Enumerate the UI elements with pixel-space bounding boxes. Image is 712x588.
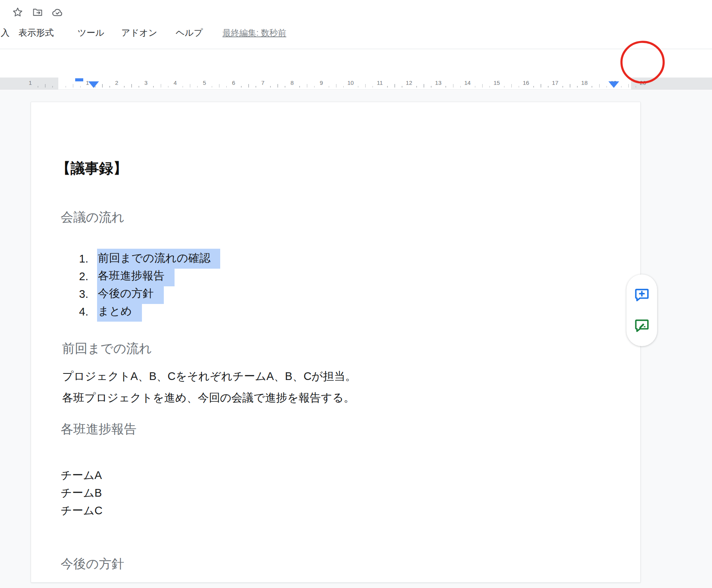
ruler-number: 11 <box>377 79 383 86</box>
selected-text[interactable]: まとめ <box>97 302 142 322</box>
ruler-tick <box>161 84 162 88</box>
ruler-tick <box>73 84 74 88</box>
document-page[interactable]: 【議事録】 会議の流れ 1. 前回までの流れの確認 2. 各班進捗報告 3. 今… <box>31 102 641 583</box>
ruler-tick <box>482 84 483 88</box>
heading-agenda[interactable]: 会議の流れ <box>61 209 125 226</box>
ruler-tick <box>628 84 629 88</box>
ruler-tick <box>197 86 198 88</box>
ruler-tick <box>460 86 461 88</box>
suggest-edit-green-icon <box>634 317 650 334</box>
add-comment-float-button[interactable] <box>633 286 651 304</box>
ruler-tick <box>358 86 359 88</box>
list-item[interactable]: 3. 今後の方針 <box>31 285 640 303</box>
ruler-tick <box>365 84 366 88</box>
right-indent-marker[interactable] <box>608 81 619 88</box>
ruler-tick <box>511 84 512 88</box>
team-line[interactable]: チームB <box>61 484 102 502</box>
ruler-tick <box>548 86 549 88</box>
ruler-number: 1 <box>29 79 32 86</box>
ruler-number: 3 <box>144 79 147 86</box>
suggest-edits-button[interactable] <box>633 317 651 334</box>
first-line-indent-marker[interactable] <box>75 78 83 81</box>
ruler-tick <box>607 86 607 88</box>
heading-previous-flow[interactable]: 前回までの流れ <box>62 340 152 357</box>
ruler-number: 5 <box>203 79 206 86</box>
list-item[interactable]: 2. 各班進捗報告 <box>31 268 640 285</box>
ruler-tick <box>372 86 373 88</box>
list-item[interactable]: 4. まとめ <box>31 303 640 320</box>
left-indent-marker[interactable] <box>88 81 99 88</box>
last-edit-link[interactable]: 最終編集: 数秒前 <box>222 27 286 39</box>
ruler-number: 15 <box>493 79 500 86</box>
doc-title[interactable]: 【議事録】 <box>56 159 127 178</box>
ruler-tick <box>394 84 395 88</box>
ruler-tick <box>109 86 110 88</box>
team-line[interactable]: チームA <box>61 466 102 484</box>
menu-help[interactable]: ヘルプ <box>176 27 203 39</box>
selected-text[interactable]: 前回までの流れの確認 <box>97 249 220 269</box>
ruler-tick <box>102 84 103 88</box>
list-number: 1. <box>79 253 97 265</box>
ruler-number: 9 <box>320 79 323 86</box>
document-canvas: 【議事録】 会議の流れ 1. 前回までの流れの確認 2. 各班進捗報告 3. 今… <box>0 90 712 588</box>
heading-progress-report[interactable]: 各班進捗報告 <box>61 421 137 438</box>
menu-insert-partial[interactable]: 入 <box>1 27 10 39</box>
cloud-check-icon[interactable] <box>51 6 64 18</box>
ruler-tick <box>66 86 66 88</box>
paragraph[interactable]: プロジェクトA、B、CをそれぞれチームA、B、Cが担当。 各班プロジェクトを進め… <box>62 365 356 408</box>
ruler-tick <box>299 86 300 88</box>
paragraph-line[interactable]: 各班プロジェクトを進め、今回の会議で進捗を報告する。 <box>62 387 356 408</box>
selected-text[interactable]: 各班進捗報告 <box>97 266 175 286</box>
move-folder-icon[interactable] <box>31 6 44 18</box>
ruler-number: 4 <box>173 79 176 86</box>
ruler-tick <box>124 86 125 88</box>
ruler-number: 2 <box>115 79 118 86</box>
ruler-tick <box>402 86 402 88</box>
ruler-tick <box>307 84 308 88</box>
ruler-tick <box>38 86 38 88</box>
ruler-number: 16 <box>523 79 529 86</box>
team-list[interactable]: チームA チームB チームC <box>61 466 102 519</box>
ruler-tick <box>445 86 446 88</box>
menu-bar: 入 表示形式 ツール アドオン ヘルプ 最終編集: 数秒前 <box>0 25 712 41</box>
ruler-tick <box>416 86 417 88</box>
ruler-tick <box>52 86 53 88</box>
ruler-tick <box>285 86 285 88</box>
team-line[interactable]: チームC <box>61 502 102 519</box>
ruler-tick <box>636 86 636 88</box>
ruler-number: 14 <box>464 79 471 86</box>
ruler-tick <box>190 84 191 88</box>
ruler-tick <box>226 86 227 88</box>
list-item[interactable]: 1. 前回までの流れの確認 <box>31 250 640 268</box>
ruler-tick <box>248 84 249 88</box>
ruler-tick <box>599 84 600 88</box>
selected-text[interactable]: 今後の方針 <box>97 284 164 304</box>
star-icon[interactable] <box>12 6 24 18</box>
ruler-tick <box>504 86 505 88</box>
ruler-tick <box>45 84 46 88</box>
ruler-number: 13 <box>435 79 442 86</box>
ruler-tick <box>138 86 139 88</box>
ruler-tick <box>314 86 315 88</box>
ruler-tick <box>592 86 592 88</box>
paragraph-line[interactable]: プロジェクトA、B、CをそれぞれチームA、B、Cが担当。 <box>62 365 356 387</box>
agenda-list: 1. 前回までの流れの確認 2. 各班進捗報告 3. 今後の方針 4. まとめ <box>31 250 640 320</box>
comment-add-blue-icon <box>634 287 650 303</box>
menu-addons[interactable]: アドオン <box>121 27 157 39</box>
ruler-scale: 11234567891011121314151617181920 <box>0 78 712 89</box>
list-number: 3. <box>79 288 97 301</box>
ruler-tick <box>577 86 578 88</box>
menu-tools[interactable]: ツール <box>77 27 104 39</box>
ruler-tick <box>431 86 432 88</box>
ruler-tick <box>343 86 344 88</box>
ruler-tick <box>519 86 519 88</box>
ruler-tick <box>153 86 154 88</box>
menu-format[interactable]: 表示形式 <box>18 27 54 39</box>
heading-policy[interactable]: 今後の方針 <box>61 555 124 573</box>
ruler-tick <box>219 84 220 88</box>
ruler[interactable]: 11234567891011121314151617181920 <box>0 78 712 90</box>
ruler-tick <box>387 86 388 88</box>
margin-action-pill <box>626 274 657 346</box>
ruler-tick <box>131 84 132 88</box>
ruler-number: 17 <box>552 79 559 86</box>
